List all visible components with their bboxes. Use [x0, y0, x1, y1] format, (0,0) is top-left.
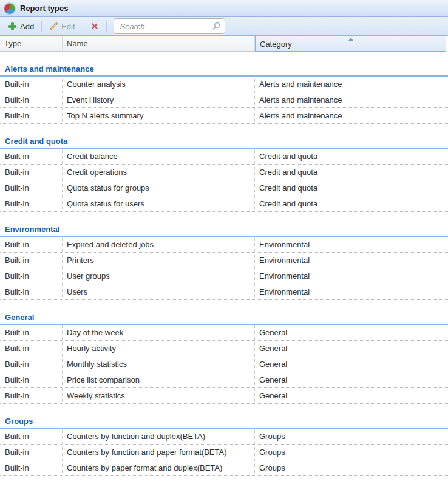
cell-name: Event History: [63, 92, 255, 107]
column-header-category-label: Category: [260, 39, 292, 49]
group-header-label: Alerts and maintenance: [0, 52, 448, 75]
cell-name: Day of the week: [63, 325, 255, 340]
column-header-row: Type Name Category: [0, 36, 448, 52]
table-row[interactable]: Built-inCredit balanceCredit and quota: [0, 149, 448, 165]
cell-name: Quota status for users: [63, 196, 255, 211]
edit-button-label: Edit: [61, 22, 75, 31]
cell-category: Groups: [255, 460, 446, 475]
cell-name: Counters by paper format and duplex(BETA…: [63, 460, 255, 475]
cell-type: Built-in: [0, 237, 63, 252]
table-row[interactable]: Built-inWeekly statisticsGeneral: [0, 388, 448, 404]
delete-button[interactable]: [87, 20, 102, 32]
cell-name: Quota status for groups: [63, 180, 255, 196]
cell-type: Built-in: [0, 196, 63, 211]
column-header-type[interactable]: Type: [0, 36, 63, 52]
add-button[interactable]: Add: [5, 20, 37, 33]
cell-type: Built-in: [0, 429, 63, 444]
cell-name: Printers: [63, 253, 255, 268]
cell-name: Counter analysis: [63, 77, 255, 92]
cell-name: Counters by function and paper format(BE…: [63, 445, 255, 460]
table-row[interactable]: Built-inCredit operationsCredit and quot…: [0, 165, 448, 180]
cell-type: Built-in: [0, 388, 63, 403]
search-input[interactable]: [119, 21, 211, 32]
cell-name: Monthly statistics: [63, 356, 255, 372]
cell-category: Alerts and maintenance: [255, 92, 446, 107]
pie-chart-icon: [4, 3, 15, 14]
cell-category: Environmental: [255, 284, 446, 299]
cell-type: Built-in: [0, 268, 63, 284]
table-row[interactable]: Built-inHourly activityGeneral: [0, 341, 448, 356]
cell-category: Groups: [255, 429, 446, 444]
cell-category: General: [255, 325, 446, 340]
table-row[interactable]: Built-inPrice list comparisonGeneral: [0, 372, 448, 388]
cell-category: General: [255, 372, 446, 387]
category-group: Alerts and maintenanceBuilt-inCounter an…: [0, 52, 448, 124]
table-row[interactable]: Built-inEvent HistoryAlerts and maintena…: [0, 92, 448, 108]
category-group: EnvironmentalBuilt-inExpired and deleted…: [0, 212, 448, 300]
table-row[interactable]: Built-inPrintersEnvironmental: [0, 253, 448, 268]
cell-name: Weekly statistics: [63, 388, 255, 403]
x-icon: [90, 22, 99, 30]
title-bar: Report types: [0, 0, 448, 17]
add-button-label: Add: [20, 22, 34, 31]
cell-type: Built-in: [0, 149, 63, 164]
cell-name: Price list comparison: [63, 372, 255, 387]
cell-category: Alerts and maintenance: [255, 77, 446, 92]
group-header-label: Groups: [0, 404, 448, 428]
cell-name: Users: [63, 284, 255, 299]
group-header-label: General: [0, 300, 448, 324]
table-row[interactable]: Built-inDay of the weekGeneral: [0, 325, 448, 341]
cell-name: Hourly activity: [63, 341, 255, 356]
table-row[interactable]: Built-inTop N alerts summaryAlerts and m…: [0, 108, 448, 124]
cell-name: Top N alerts summary: [63, 108, 255, 123]
cell-category: Groups: [255, 445, 446, 460]
cell-category: Environmental: [255, 237, 446, 252]
report-table-body: Alerts and maintenanceBuilt-inCounter an…: [0, 52, 448, 476]
table-row[interactable]: Built-inQuota status for groupsCredit an…: [0, 180, 448, 196]
table-right-border: [446, 52, 446, 476]
table-row[interactable]: Built-inUser groupsEnvironmental: [0, 268, 448, 284]
cell-type: Built-in: [0, 460, 63, 475]
column-header-type-label: Type: [4, 39, 21, 48]
cell-category: General: [255, 388, 446, 403]
cell-category: Credit and quota: [255, 165, 446, 180]
category-group: GeneralBuilt-inDay of the weekGeneralBui…: [0, 300, 448, 404]
cell-category: Credit and quota: [255, 180, 446, 196]
table-row[interactable]: Built-inQuota status for usersCredit and…: [0, 196, 448, 212]
cell-name: Credit balance: [63, 149, 255, 164]
group-header-label: Credit and quota: [0, 124, 448, 148]
table-row[interactable]: Built-inExpired and deleted jobsEnvironm…: [0, 237, 448, 253]
cell-type: Built-in: [0, 165, 63, 180]
cell-type: Built-in: [0, 372, 63, 387]
table-row[interactable]: Built-inCounters by function and duplex(…: [0, 429, 448, 445]
table-left-border: [1, 52, 1, 476]
cell-type: Built-in: [0, 180, 63, 196]
table-row[interactable]: Built-inMonthly statisticsGeneral: [0, 356, 448, 372]
toolbar-separator: [83, 21, 83, 32]
toolbar-separator: [41, 21, 42, 32]
edit-button[interactable]: Edit: [46, 20, 78, 33]
cell-category: Credit and quota: [255, 149, 446, 164]
toolbar: Add Edit: [0, 17, 448, 36]
cell-type: Built-in: [0, 356, 63, 372]
column-header-name[interactable]: Name: [63, 36, 255, 52]
cell-name: Expired and deleted jobs: [63, 237, 255, 252]
sort-ascending-icon: [348, 38, 353, 41]
group-header-label: Environmental: [0, 212, 448, 236]
pencil-icon: [49, 22, 58, 31]
cell-category: Alerts and maintenance: [255, 108, 446, 123]
column-header-category[interactable]: Category: [255, 36, 446, 52]
cell-name: User groups: [63, 268, 255, 284]
window-title: Report types: [20, 4, 68, 13]
cell-name: Counters by function and duplex(BETA): [63, 429, 255, 444]
cell-type: Built-in: [0, 77, 63, 92]
column-header-name-label: Name: [67, 39, 88, 48]
table-row[interactable]: Built-inCounters by function and paper f…: [0, 445, 448, 460]
magnifier-icon[interactable]: [211, 21, 221, 31]
table-row[interactable]: Built-inUsersEnvironmental: [0, 284, 448, 300]
table-row[interactable]: Built-inCounters by paper format and dup…: [0, 460, 448, 476]
cell-type: Built-in: [0, 445, 63, 460]
table-row[interactable]: Built-inCounter analysisAlerts and maint…: [0, 77, 448, 92]
category-group: GroupsBuilt-inCounters by function and d…: [0, 404, 448, 476]
toolbar-separator: [106, 21, 107, 32]
